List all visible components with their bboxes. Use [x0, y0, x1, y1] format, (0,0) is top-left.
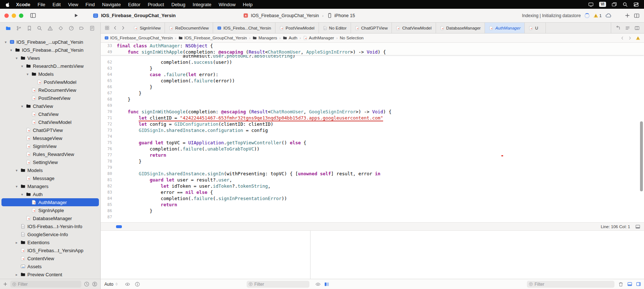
line-number[interactable]: 74: [101, 133, 117, 140]
line-number[interactable]: 85: [101, 202, 117, 208]
line-number[interactable]: 86: [101, 208, 117, 214]
editor-bottom-bar-icon[interactable]: [635, 224, 640, 229]
tree-item-redocumentview[interactable]: ReDocumentView: [0, 86, 100, 94]
find-navigator-icon[interactable]: [37, 26, 42, 31]
menu-item-navigate[interactable]: Navigate: [99, 2, 124, 7]
code-line-86[interactable]: 86 }: [101, 208, 644, 214]
back-icon[interactable]: [113, 26, 117, 30]
run-destination[interactable]: iPhone 15: [335, 13, 355, 18]
tab-chatviewmodel[interactable]: ChatViewModel: [392, 23, 436, 33]
warning-badge[interactable]: 1: [593, 13, 602, 18]
apple-menu-icon[interactable]: [5, 2, 10, 7]
variables-filter-field[interactable]: [247, 281, 309, 288]
tree-item-researchd-mentsview[interactable]: ▾ResearchD...mentsView: [0, 62, 100, 70]
line-number[interactable]: 77: [101, 152, 117, 158]
code-line-33[interactable]: 33final class AuthManager: NSObject {: [101, 43, 644, 49]
tree-item-databasemanager[interactable]: DatabaseManager: [0, 214, 100, 222]
breadcrumb-item-ios-firebase-groupchat-yersin[interactable]: IOS_Firebase_GroupChat_Yersin: [104, 36, 173, 40]
code-line-partial[interactable]: authResult.user.photoURL?.absoluteString…: [101, 55, 644, 59]
line-number[interactable]: 79: [101, 164, 117, 171]
line-number[interactable]: 84: [101, 195, 117, 202]
code-line-79[interactable]: 79: [101, 164, 644, 171]
navigator-filter-field[interactable]: [10, 281, 81, 288]
code-line-83[interactable]: 83 error == nil else {: [101, 189, 644, 195]
tree-item-ios-firebase-pchat-yersin[interactable]: ▾IOS_Firebase...pChat_Yersin: [0, 46, 100, 54]
tab-authmanager[interactable]: AuthManager: [485, 23, 525, 33]
disclosure-open-icon[interactable]: ▾: [15, 184, 19, 188]
line-number[interactable]: 64: [101, 71, 117, 78]
issue-warning-icon[interactable]: [636, 36, 640, 40]
console-filter-input[interactable]: [535, 282, 613, 287]
line-number[interactable]: 76: [101, 146, 117, 152]
code-line-87[interactable]: 87: [101, 214, 644, 220]
line-number[interactable]: 81: [101, 177, 117, 183]
tree-item-signinapple[interactable]: SignInApple: [0, 206, 100, 214]
next-item-icon[interactable]: [628, 36, 632, 40]
code-line-77[interactable]: 77 return: [101, 152, 644, 158]
console-filter-field[interactable]: [527, 281, 614, 288]
forward-icon[interactable]: [121, 26, 126, 30]
tab-no-editor[interactable]: No Editor: [319, 23, 351, 33]
tree-item-auth[interactable]: ▾Auth: [0, 190, 100, 198]
toggle-console-pane-icon[interactable]: [636, 282, 641, 287]
previous-item-icon[interactable]: [620, 36, 624, 40]
menu-item-edit[interactable]: Edit: [49, 2, 64, 7]
line-number[interactable]: [101, 55, 117, 59]
tree-item-ios-firebas-t-yersinapp[interactable]: IOS_Firebas...t_YersinApp: [0, 246, 100, 254]
issues-navigator-icon[interactable]: [47, 26, 53, 31]
cloud-status-icon[interactable]: [605, 12, 612, 19]
tree-item-chatview[interactable]: ▾ChatView: [0, 102, 100, 110]
editor-layout-icon[interactable]: [634, 13, 640, 19]
scheme-selector[interactable]: IOS_Firebase_GroupChat_Yersin › iPhone 1…: [243, 13, 355, 18]
library-add-icon[interactable]: [625, 13, 630, 18]
code-line-68[interactable]: 68 }: [101, 96, 644, 102]
run-button[interactable]: [73, 13, 79, 18]
code-line-65[interactable]: 65 completion(.failure(error)): [101, 78, 644, 84]
disclosure-open-icon[interactable]: ▾: [15, 56, 19, 60]
tree-item-views[interactable]: ▾Views: [0, 54, 100, 62]
zoom-window-button[interactable]: [19, 13, 23, 18]
code-line-75[interactable]: 75 guard let topVC = UIApplication.getTo…: [101, 140, 644, 146]
disclosure-open-icon[interactable]: ▾: [4, 40, 8, 44]
clear-console-icon[interactable]: [618, 281, 624, 287]
tab-ios-fireba-chat-yersin[interactable]: IOS_Fireba...Chat_Yersin: [213, 23, 275, 33]
toggle-debug-area-icon[interactable]: [627, 282, 632, 287]
minimize-window-button[interactable]: [12, 13, 16, 18]
tab-redocumentview[interactable]: ReDocumentView: [165, 23, 213, 33]
variables-scope-selector[interactable]: Auto: [104, 282, 119, 287]
bookmarks-navigator-icon[interactable]: [27, 26, 32, 31]
menu-item-window[interactable]: Window: [215, 2, 239, 7]
quicklook-icon[interactable]: [125, 281, 130, 287]
disclosure-closed-icon[interactable]: ▸: [15, 241, 19, 245]
tree-item-messsage[interactable]: Messsage: [0, 174, 100, 182]
source-editor[interactable]: 33final class AuthManager: NSObject {49 …: [101, 43, 644, 222]
breadcrumb-item-no-selection[interactable]: No Selection: [340, 36, 363, 40]
tree-item-extentions[interactable]: ▸Extentions: [0, 238, 100, 246]
project-navigator-icon[interactable]: [5, 26, 11, 31]
code-line-62[interactable]: 62 completion(.success(user)): [101, 59, 644, 65]
tree-item-postsheetview[interactable]: PostSheetView: [0, 94, 100, 102]
line-number[interactable]: 72: [101, 121, 117, 127]
code-line-74[interactable]: 74: [101, 133, 644, 140]
tree-item-signinview[interactable]: SignInView: [0, 142, 100, 150]
console-columns-icon[interactable]: [324, 281, 329, 287]
reports-navigator-icon[interactable]: [89, 26, 95, 31]
line-number[interactable]: 78: [101, 158, 117, 164]
console-quicklook-icon[interactable]: [315, 281, 321, 287]
menu-item-view[interactable]: View: [64, 2, 82, 7]
tree-item-googleservice-info[interactable]: GoogleService-Info: [0, 230, 100, 238]
input-source-badge[interactable]: VI: [599, 2, 606, 7]
toggle-navigator-icon[interactable]: [30, 12, 36, 19]
breadcrumb-item-managers[interactable]: Managers: [252, 36, 277, 40]
line-number[interactable]: 63: [101, 65, 117, 71]
code-line-84[interactable]: 84 completion(.failure(.signInPresentati…: [101, 195, 644, 202]
code-line-66[interactable]: 66 }: [101, 84, 644, 90]
breakpoints-navigator-icon[interactable]: [79, 26, 84, 31]
screen-mirroring-icon[interactable]: [588, 2, 594, 7]
line-number[interactable]: 69: [101, 102, 117, 109]
tree-item-messageview[interactable]: MessageView: [0, 134, 100, 142]
line-number[interactable]: 49: [101, 49, 117, 55]
tree-item-rules-rewardview[interactable]: Rules_RewardView: [0, 150, 100, 158]
source-control-navigator-icon[interactable]: [16, 26, 22, 31]
scheme-name[interactable]: IOS_Firebase_GroupChat_Yersin: [251, 13, 319, 18]
